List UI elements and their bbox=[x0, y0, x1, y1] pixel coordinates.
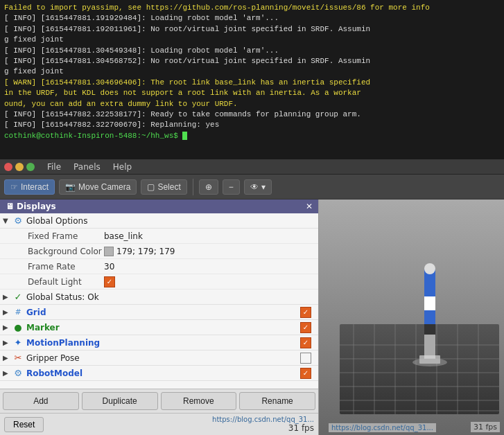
svg-rect-20 bbox=[424, 324, 435, 335]
grid-label: Grid bbox=[26, 308, 300, 317]
gripper-pose-expand[interactable]: ▶ bbox=[3, 354, 12, 362]
terminal-line-5: [ INFO] [1615447881.304568752]: No root/… bbox=[4, 56, 500, 66]
default-light-value[interactable]: ✓ bbox=[104, 276, 115, 287]
gripper-pose-item[interactable]: ▶ ✂ Gripper Pose bbox=[0, 350, 318, 366]
viewport-link: https://blog.csdn.net/qq_31... bbox=[329, 423, 436, 432]
close-button[interactable] bbox=[4, 163, 12, 171]
robot-model-expand[interactable]: ▶ bbox=[3, 369, 12, 377]
motion-planning-item[interactable]: ▶ ✦ MotionPlanning ✓ bbox=[0, 335, 318, 350]
toolbar: ☞ Interact 📷 Move Camera ▢ Select ⊕ − 👁 … bbox=[0, 175, 504, 199]
background-color-value[interactable]: 179; 179; 179 bbox=[104, 247, 175, 256]
motion-planning-expand[interactable]: ▶ bbox=[3, 339, 12, 346]
terminal-line-8: [ INFO] [1615447882.322700670]: Replanni… bbox=[4, 120, 500, 130]
move-camera-label: Move Camera bbox=[78, 182, 130, 192]
robot-model-item[interactable]: ▶ ⚙ RobotModel ✓ bbox=[0, 366, 318, 381]
interact-icon: ☞ bbox=[10, 182, 18, 192]
grid-expand[interactable]: ▶ bbox=[3, 308, 12, 316]
reset-button[interactable]: Reset bbox=[4, 417, 44, 432]
terminal-line-4: [ INFO] [1615447881.304549348]: Loading … bbox=[4, 46, 500, 56]
default-light-prop[interactable]: Default Light ✓ bbox=[0, 274, 318, 290]
marker-label: Marker bbox=[26, 323, 300, 332]
robot-model-label: RobotModel bbox=[26, 369, 300, 378]
terminal-line-1: Failed to import pyassimp, see https://g… bbox=[4, 3, 500, 13]
viewport-fps: 31 fps bbox=[471, 422, 500, 432]
motion-planning-checkbox[interactable]: ✓ bbox=[300, 337, 311, 348]
global-status-item[interactable]: ▶ ✓ Global Status: Ok bbox=[0, 290, 318, 305]
fixed-frame-value[interactable]: base_link bbox=[104, 231, 143, 241]
svg-point-22 bbox=[424, 263, 435, 274]
svg-point-23 bbox=[412, 358, 447, 366]
terminal-line-6b: in the URDF, but KDL does not support a … bbox=[4, 88, 500, 98]
select-button[interactable]: ▢ Select bbox=[141, 179, 186, 195]
monitor-icon: 🖥 bbox=[6, 202, 14, 211]
3d-viewport[interactable]: ◀ bbox=[319, 199, 504, 435]
interact-label: Interact bbox=[21, 182, 49, 192]
rename-button[interactable]: Rename bbox=[239, 392, 315, 410]
svg-rect-1 bbox=[340, 324, 499, 414]
terminal-line-3b: g fixed joint bbox=[4, 35, 500, 45]
reset-bar: Reset https://blog.csdn.net/qq_31... 31 … bbox=[0, 413, 318, 435]
toolbar-sep-1 bbox=[193, 179, 193, 195]
background-color-prop[interactable]: Background Color 179; 179; 179 bbox=[0, 244, 318, 259]
background-color-label: Background Color bbox=[28, 247, 104, 256]
help-menu[interactable]: Help bbox=[107, 161, 137, 172]
marker-expand[interactable]: ▶ bbox=[3, 323, 12, 331]
remove-button[interactable]: Remove bbox=[161, 392, 237, 410]
maximize-button[interactable] bbox=[26, 163, 35, 171]
minus-button[interactable]: − bbox=[223, 179, 240, 195]
interact-button[interactable]: ☞ Interact bbox=[4, 179, 55, 195]
select-box-icon: ▢ bbox=[147, 182, 155, 192]
right-info: https://blog.csdn.net/qq_31... 31 fps bbox=[212, 416, 314, 433]
gripper-pose-label: Gripper Pose bbox=[26, 353, 300, 363]
frame-rate-prop[interactable]: Frame Rate 30 bbox=[0, 259, 318, 274]
fixed-frame-label: Fixed Frame bbox=[28, 231, 104, 241]
eye-dropdown-button[interactable]: 👁 ▾ bbox=[244, 179, 272, 195]
terminal-prompt[interactable]: cothink@cothink-Inspiron-5488:~/hh_ws$ _ bbox=[4, 131, 500, 141]
frame-rate-value[interactable]: 30 bbox=[104, 262, 114, 272]
fixed-frame-prop[interactable]: Fixed Frame base_link bbox=[0, 229, 318, 244]
move-camera-button[interactable]: 📷 Move Camera bbox=[59, 179, 137, 195]
panel-header: 🖥 Displays ✕ bbox=[0, 199, 318, 213]
terminal-line-7: [ INFO] [1615447882.322538177]: Ready to… bbox=[4, 109, 500, 120]
marker-item[interactable]: ▶ ● Marker ✓ bbox=[0, 320, 318, 335]
global-status-expand[interactable]: ▶ bbox=[3, 293, 12, 301]
default-light-checkbox[interactable]: ✓ bbox=[104, 276, 115, 287]
csdn-link: https://blog.csdn.net/qq_31... bbox=[212, 416, 314, 423]
gripper-pose-icon: ✂ bbox=[12, 353, 24, 364]
global-options-item[interactable]: ▼ ⚙ Global Options bbox=[0, 213, 318, 229]
duplicate-button[interactable]: Duplicate bbox=[82, 392, 158, 410]
terminal-line-2: [ INFO] [1615447881.191929484]: Loading … bbox=[4, 13, 500, 24]
file-menu[interactable]: File bbox=[42, 161, 67, 172]
camera-icon: 📷 bbox=[65, 182, 76, 192]
crosshair-icon: ⊕ bbox=[205, 182, 212, 192]
3d-scene-svg bbox=[319, 199, 504, 435]
add-button[interactable]: Add bbox=[3, 392, 79, 410]
grid-checkbox[interactable]: ✓ bbox=[300, 307, 311, 318]
svg-rect-18 bbox=[424, 296, 435, 310]
terminal-line-3: [ INFO] [1615447881.192011961]: No root/… bbox=[4, 24, 500, 35]
svg-rect-19 bbox=[424, 310, 435, 324]
motion-planning-label: MotionPlanning bbox=[26, 338, 300, 348]
crosshair-button[interactable]: ⊕ bbox=[199, 179, 218, 195]
select-label: Select bbox=[157, 182, 180, 192]
list-spacer bbox=[0, 381, 318, 389]
window-buttons bbox=[4, 163, 35, 171]
displays-list: ▼ ⚙ Global Options Fixed Frame base_link… bbox=[0, 213, 318, 389]
panels-menu[interactable]: Panels bbox=[68, 161, 106, 172]
motion-planning-icon: ✦ bbox=[12, 337, 24, 348]
bottom-bar: Add Duplicate Remove Rename bbox=[0, 389, 318, 413]
marker-icon: ● bbox=[12, 322, 24, 333]
global-status-icon: ✓ bbox=[12, 292, 24, 303]
gripper-pose-checkbox[interactable] bbox=[300, 353, 311, 364]
main-area: 🖥 Displays ✕ ▼ ⚙ Global Options Fixed Fr… bbox=[0, 199, 504, 435]
grid-item[interactable]: ▶ # Grid ✓ bbox=[0, 305, 318, 320]
global-options-expand[interactable]: ▼ bbox=[3, 217, 12, 224]
fps-display: 31 fps bbox=[288, 423, 314, 433]
frame-rate-label: Frame Rate bbox=[28, 262, 104, 272]
minimize-button[interactable] bbox=[15, 163, 24, 171]
default-light-label: Default Light bbox=[28, 277, 104, 287]
panel-close-icon[interactable]: ✕ bbox=[306, 202, 313, 211]
svg-rect-21 bbox=[424, 335, 435, 355]
marker-checkbox[interactable]: ✓ bbox=[300, 322, 311, 333]
robot-model-checkbox[interactable]: ✓ bbox=[300, 368, 311, 379]
